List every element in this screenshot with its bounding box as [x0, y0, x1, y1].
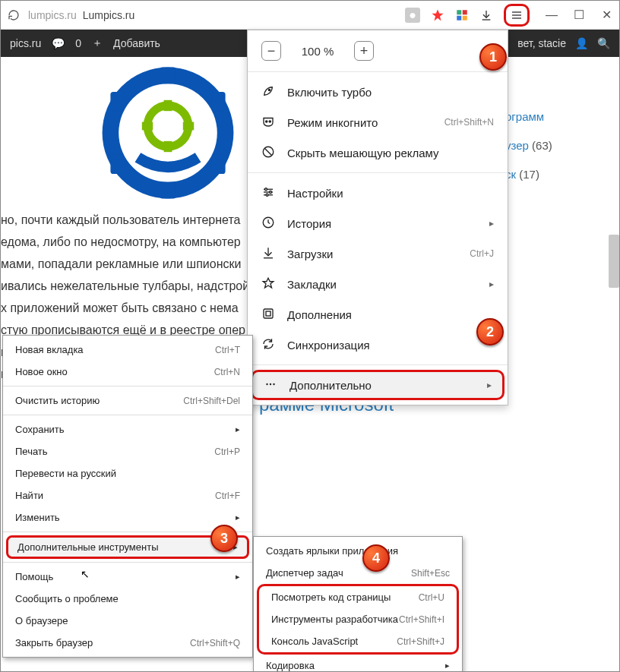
- submenu-item[interactable]: Диспетчер задачShift+Esc: [254, 562, 462, 584]
- plus-icon[interactable]: ＋: [92, 36, 103, 50]
- svg-rect-14: [160, 68, 176, 84]
- context-menu-item[interactable]: Изменить▸: [3, 506, 252, 528]
- window-controls: — ☐ ✕: [545, 8, 613, 22]
- menu-item-label: История: [287, 217, 331, 230]
- context-menu-label: Новая вкладка: [15, 344, 84, 355]
- menu-button[interactable]: [504, 4, 530, 27]
- comment-count: 0: [75, 37, 81, 49]
- context-menu-item[interactable]: Новая вкладкаCtrl+T: [3, 339, 252, 361]
- menu-shortcut: Ctrl+Shift+J: [397, 636, 444, 647]
- context-menu-label: Печать: [15, 446, 48, 457]
- menu-item[interactable]: Режим инкогнитоCtrl+Shift+N: [248, 107, 508, 137]
- block-icon: [261, 145, 277, 160]
- menu-item[interactable]: Синхронизация: [248, 330, 508, 360]
- menu-item[interactable]: Включить турбо: [248, 77, 508, 107]
- chevron-right-icon: ▸: [236, 424, 240, 434]
- site-domain[interactable]: pics.ru: [10, 37, 41, 49]
- search-icon[interactable]: 🔍: [597, 37, 610, 49]
- puzzle-icon: [261, 307, 277, 322]
- menu-item[interactable]: Настройки: [248, 178, 508, 208]
- address-bar[interactable]: lumpics.ru Lumpics.ru: [28, 9, 397, 21]
- context-menu-label: Помощь: [15, 571, 53, 582]
- add-label[interactable]: Добавить: [113, 37, 160, 49]
- sidebar-link[interactable]: ск (17): [505, 160, 612, 189]
- svg-marker-33: [263, 278, 274, 288]
- chevron-right-icon: ▸: [236, 572, 240, 582]
- context-menu-item[interactable]: НайтиCtrl+F: [3, 484, 252, 506]
- badge-4: 4: [362, 544, 390, 572]
- main-menu: − 100 % + Включить турбоРежим инкогнитоC…: [247, 30, 508, 405]
- menu-shortcut: Ctrl+J: [470, 248, 494, 259]
- svg-point-38: [273, 383, 274, 385]
- zoom-in-button[interactable]: +: [354, 41, 374, 61]
- menu-shortcut: Shift+Esc: [411, 568, 450, 579]
- svg-rect-15: [160, 182, 176, 199]
- svg-rect-4: [463, 15, 467, 20]
- chevron-right-icon: ▸: [236, 513, 240, 522]
- menu-item-label: Синхронизация: [287, 339, 370, 352]
- svg-rect-1: [457, 10, 461, 14]
- separator: [3, 562, 252, 563]
- extension-icon[interactable]: [455, 8, 469, 22]
- sync-icon: [261, 337, 277, 352]
- close-icon[interactable]: ✕: [599, 8, 613, 22]
- context-menu-item[interactable]: Сообщить о проблеме: [3, 588, 252, 610]
- menu-item[interactable]: Дополнения: [248, 299, 508, 330]
- minimize-icon[interactable]: —: [545, 8, 558, 22]
- menu-item[interactable]: История▸: [248, 208, 508, 238]
- submenu-label: Диспетчер задач: [266, 567, 343, 579]
- context-menu-label: Очистить историю: [15, 395, 100, 406]
- context-menu-item[interactable]: Новое окноCtrl+N: [3, 361, 252, 383]
- chevron-right-icon: ▸: [489, 218, 494, 229]
- menu-shortcut: Ctrl+Shift+Q: [190, 638, 240, 648]
- context-menu-label: Новое окно: [15, 366, 68, 377]
- context-menu-item[interactable]: Перевести на русский: [3, 462, 252, 484]
- menu-item[interactable]: Дополнительно▸: [251, 370, 505, 400]
- menu-item-label: Дополнительно: [289, 379, 372, 392]
- mask-icon: [261, 115, 277, 130]
- scrollbar-thumb[interactable]: [609, 235, 619, 288]
- menu-item[interactable]: ЗагрузкиCtrl+J: [248, 238, 508, 269]
- menu-item[interactable]: Скрыть мешающую рекламу: [248, 137, 508, 168]
- badge-2: 2: [476, 318, 504, 345]
- svg-point-36: [266, 383, 267, 385]
- sliders-icon: [261, 185, 277, 200]
- menu-shortcut: Ctrl+Shift+I: [399, 614, 444, 625]
- context-menu-item[interactable]: Сохранить▸: [3, 418, 252, 440]
- yandex-icon[interactable]: [431, 8, 444, 22]
- reload-icon[interactable]: [7, 8, 21, 22]
- sidebar-link[interactable]: узер (63): [505, 131, 612, 160]
- context-menu: ↖ Новая вкладкаCtrl+TНовое окноCtrl+NОчи…: [2, 335, 253, 658]
- svg-rect-35: [266, 311, 270, 316]
- context-menu-item[interactable]: ПечатьCtrl+P: [3, 440, 252, 462]
- avatar-icon[interactable]: 👤: [575, 37, 588, 49]
- svg-rect-3: [457, 15, 461, 20]
- sidebar-link[interactable]: ограмм: [505, 103, 612, 131]
- menu-shortcut: Ctrl+Shift+N: [444, 117, 494, 128]
- submenu-item[interactable]: Консоль JavaScriptCtrl+Shift+J: [259, 630, 457, 652]
- context-menu-item[interactable]: Очистить историюCtrl+Shift+Del: [3, 390, 252, 412]
- submenu-label: Инструменты разработчика: [271, 614, 398, 625]
- maximize-icon[interactable]: ☐: [572, 8, 586, 22]
- menu-item[interactable]: Закладки▸: [248, 269, 508, 299]
- svg-point-31: [266, 194, 268, 196]
- url-domain: lumpics.ru: [28, 9, 77, 21]
- menu-shortcut: Ctrl+T: [215, 345, 240, 355]
- zoom-out-button[interactable]: −: [261, 41, 281, 61]
- comment-icon[interactable]: 💬: [52, 37, 65, 49]
- submenu-item[interactable]: Инструменты разработчикаCtrl+Shift+I: [259, 608, 457, 630]
- globe-icon[interactable]: ●: [405, 8, 420, 23]
- svg-point-30: [270, 191, 272, 194]
- submenu-item[interactable]: Кодировка▸: [254, 655, 462, 672]
- menu-item-label: Загрузки: [287, 248, 333, 260]
- context-menu-item[interactable]: О браузере: [3, 610, 252, 632]
- context-menu-item[interactable]: Закрыть браузерCtrl+Shift+Q: [3, 632, 252, 654]
- context-menu-label: Дополнительные инструменты: [17, 541, 159, 553]
- submenu-label: Консоль JavaScript: [271, 636, 358, 647]
- menu-shortcut: Ctrl+N: [214, 367, 240, 377]
- context-menu-item[interactable]: Помощь▸: [3, 566, 252, 588]
- submenu-item[interactable]: Создать ярлыки приложения: [254, 540, 462, 562]
- clock-icon: [261, 216, 277, 231]
- download-icon[interactable]: [479, 8, 493, 22]
- submenu-item[interactable]: Посмотреть код страницыCtrl+U: [259, 586, 457, 608]
